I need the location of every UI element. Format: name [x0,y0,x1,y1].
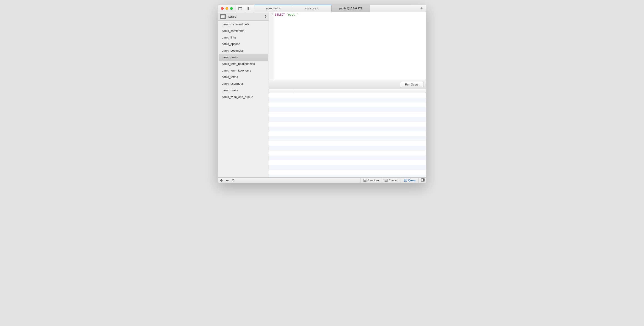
query-editor[interactable]: SELECT `post_` [274,12,426,80]
result-row[interactable] [269,136,426,141]
result-row[interactable] [269,117,426,122]
result-row[interactable] [269,141,426,146]
tab-coda-css[interactable]: coda.css [293,5,332,12]
result-row[interactable] [269,175,426,178]
table-item[interactable]: panic_commentmeta [219,21,268,28]
line-number: 1 [269,13,273,16]
toggle-right-panel-button[interactable] [421,178,425,182]
dirty-indicator-icon [279,8,281,10]
svg-rect-3 [248,7,249,10]
results-header [269,89,426,93]
result-row[interactable] [269,98,426,102]
query-label: Query [408,179,416,182]
results-header-col[interactable] [269,89,295,92]
main-panel: 1 SELECT `post_` Run Query [269,12,426,178]
run-query-bar: Run Query [269,80,426,89]
svg-rect-1 [238,7,242,8]
table-item[interactable]: panic_comments [219,28,268,34]
line-gutter: 1 [269,12,274,80]
bottom-center-group: Structure Content Query [235,178,418,183]
sql-keyword: SELECT [275,13,285,16]
result-row[interactable] [269,160,426,165]
database-icon [220,14,226,19]
new-tab-area: + [370,5,426,12]
query-icon [404,179,407,182]
table-item[interactable]: panic_w3tc_cdn_queue [219,94,268,100]
result-row[interactable] [269,93,426,98]
content-icon [384,179,388,182]
updown-chevron-icon [264,15,267,18]
result-row[interactable] [269,126,426,131]
result-row[interactable] [269,122,426,126]
query-editor-wrap: 1 SELECT `post_` [269,12,426,80]
remove-button[interactable] [226,178,229,182]
minimize-window-button[interactable] [226,7,228,10]
table-item[interactable]: panic_posts [219,54,268,61]
database-selector[interactable]: panic [218,12,269,21]
table-item[interactable]: panic_term_taxonomy [219,68,268,74]
tab-accent [254,5,293,5]
panel-right-icon [421,178,425,182]
svg-rect-4 [226,180,228,181]
window-controls [218,5,236,12]
add-button[interactable] [220,178,223,182]
content-label: Content [389,179,398,182]
plus-icon [220,179,223,182]
panel-view-button[interactable] [245,5,254,12]
window-body: panic panic_commentmetapanic_commentspan… [218,12,426,178]
tab-accent [293,5,332,5]
bottom-toolbar: Structure Content Query [218,178,426,183]
result-row[interactable] [269,146,426,150]
tab-label: coda.css [305,7,316,10]
tab-bar: index.html coda.css panic@10.0.0.179 + [254,5,426,12]
results-grid[interactable] [269,89,426,178]
results-rows [269,93,426,178]
svg-rect-5 [364,179,366,182]
tab-index-html[interactable]: index.html [254,5,293,12]
result-row[interactable] [269,131,426,136]
table-item[interactable]: panic_terms [219,74,268,80]
close-window-button[interactable] [221,7,224,10]
result-row[interactable] [269,150,426,156]
table-item[interactable]: panic_usermeta [219,80,268,87]
result-row[interactable] [269,165,426,170]
bottom-left-group [220,178,235,182]
result-row[interactable] [269,156,426,160]
svg-rect-9 [385,180,387,181]
table-item[interactable]: panic_term_relationships [219,61,268,68]
table-item[interactable]: panic_options [219,41,268,48]
page-icon [238,7,242,10]
result-row[interactable] [269,102,426,107]
results-header-col[interactable] [295,89,426,92]
structure-icon [364,179,366,182]
titlebar: index.html coda.css panic@10.0.0.179 + [218,5,426,12]
minus-icon [226,179,229,182]
structure-label: Structure [368,179,379,182]
new-tab-button[interactable]: + [420,6,423,11]
result-row[interactable] [269,112,426,117]
bottom-right-group [418,178,425,183]
refresh-icon [232,179,235,182]
tab-label: panic@10.0.0.179 [340,7,362,10]
zoom-window-button[interactable] [230,7,233,10]
result-row[interactable] [269,107,426,112]
refresh-button[interactable] [232,178,235,182]
tab-label: index.html [266,7,278,10]
app-window: index.html coda.css panic@10.0.0.179 + p… [218,4,426,183]
dirty-indicator-icon [318,8,319,10]
database-name: panic [228,15,262,18]
table-item[interactable]: panic_users [219,87,268,94]
structure-tab-button[interactable]: Structure [360,178,382,183]
query-tab-button[interactable]: Query [401,178,418,183]
table-item[interactable]: panic_links [219,34,268,41]
content-tab-button[interactable]: Content [382,178,401,183]
panel-icon [248,7,251,10]
sql-string: `post_` [286,13,298,16]
result-row[interactable] [269,170,426,175]
tab-panic-db[interactable]: panic@10.0.0.179 [332,5,370,12]
run-query-button[interactable]: Run Query [400,82,424,87]
table-item[interactable]: panic_postmeta [219,48,268,54]
toolbar-group [236,5,254,12]
page-view-button[interactable] [236,5,245,12]
sidebar: panic panic_commentmetapanic_commentspan… [218,12,269,178]
